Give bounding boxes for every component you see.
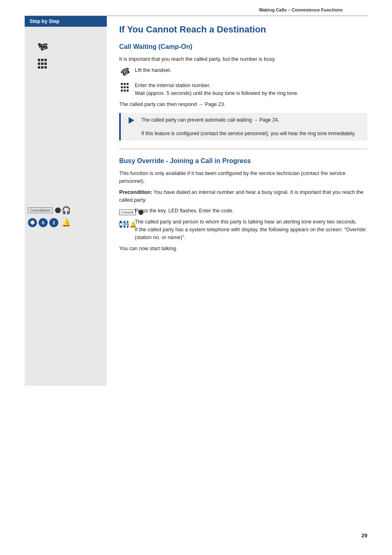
key-star-icon: ✱ xyxy=(119,221,122,228)
precondition-label: Precondition: xyxy=(119,189,152,195)
phone-icon-small: 🎧 xyxy=(62,206,71,215)
svg-rect-14 xyxy=(121,86,123,88)
main-title: If You Cannot Reach a Destination xyxy=(119,24,367,35)
section2-step1-row: Consult. Press the key. LED flashes. Ent… xyxy=(119,207,367,215)
svg-rect-3 xyxy=(44,59,47,61)
svg-rect-9 xyxy=(44,66,47,69)
svg-rect-15 xyxy=(124,86,126,88)
svg-rect-4 xyxy=(38,62,40,65)
step2-line2: Wait (approx. 5 seconds) until the busy … xyxy=(135,90,298,96)
step-by-step-label: Step by Step xyxy=(25,16,107,27)
step2-row: Enter the internal station number. Wait … xyxy=(119,82,367,97)
step1-text: Lift the handset. xyxy=(135,67,367,74)
key-6-icon: 6 xyxy=(123,221,126,228)
key-6a: 6 xyxy=(39,218,48,227)
consultation-dot xyxy=(55,207,61,213)
result-text: The called party can then respond → Page… xyxy=(119,101,367,108)
svg-rect-8 xyxy=(41,66,44,69)
step2-icon xyxy=(119,83,131,94)
final-text: You can now start talking. xyxy=(119,245,367,253)
svg-text:☎: ☎ xyxy=(120,67,129,76)
phone-grid-icon xyxy=(37,58,48,71)
svg-rect-18 xyxy=(124,90,126,92)
note1-text: The called party can prevent automatic c… xyxy=(141,116,355,124)
note2-text: If this feature is configured (contact t… xyxy=(141,130,355,137)
svg-rect-2 xyxy=(41,59,44,61)
svg-rect-12 xyxy=(124,83,126,85)
section2-step1-icon: Consult. xyxy=(119,208,131,215)
svg-rect-7 xyxy=(38,66,40,69)
svg-rect-11 xyxy=(121,83,123,85)
section2-intro: This function is only available if it ha… xyxy=(119,170,367,185)
key-star: ✱ xyxy=(28,218,37,227)
svg-rect-5 xyxy=(41,62,44,65)
note-box: The called party can prevent automatic c… xyxy=(119,113,367,140)
section2-step2-text: The called party and person to whom this… xyxy=(135,218,367,241)
step1-icon: ☎ xyxy=(119,67,131,78)
note-content: The called party can prevent automatic c… xyxy=(141,116,355,137)
consult-btn-icon: Consult. xyxy=(119,210,136,215)
key-2-icon: 2 xyxy=(127,221,129,228)
section2-step2-icon: ✱ 6 2 🔔 xyxy=(119,219,131,228)
step2-desc-line2: If the called party has a system telepho… xyxy=(135,227,367,240)
svg-rect-1 xyxy=(38,59,40,61)
section-divider xyxy=(119,149,367,149)
precondition-text: Precondition: You have dialed an interna… xyxy=(119,189,367,204)
precondition-body: You have dialed an internal number and h… xyxy=(119,189,364,203)
main-content: Step by Step ☎ Consultati xyxy=(25,16,367,386)
page-number: 29 xyxy=(362,532,367,539)
section1-intro: It is important that you reach the calle… xyxy=(119,55,367,63)
section1-title: Call Waiting (Camp-On) xyxy=(119,43,367,51)
note-arrow-icon xyxy=(126,117,137,124)
left-sidebar: Step by Step ☎ Consultati xyxy=(25,16,107,386)
svg-rect-16 xyxy=(127,86,129,88)
section2-step1-text: Press the key. LED flashes. Enter the co… xyxy=(135,207,367,215)
content-area: If You Cannot Reach a Destination Call W… xyxy=(107,16,367,386)
key-6b: 2 xyxy=(49,218,58,227)
page-header: Making Calls – Convenience Functions xyxy=(25,0,367,16)
bell-icon: 🔔 xyxy=(62,218,71,227)
keypad-row: ✱ 6 2 🔔 xyxy=(28,218,71,227)
step1-row: ☎ Lift the handset. xyxy=(119,67,367,78)
header-title: Making Calls – Convenience Functions xyxy=(259,7,343,12)
consultation-label: Consultation xyxy=(28,207,53,213)
section2-title: Busy Override - Joining a Call in Progre… xyxy=(119,157,367,166)
svg-rect-6 xyxy=(44,62,47,65)
section2-step2-row: ✱ 6 2 🔔 The called party and person to w… xyxy=(119,218,367,241)
handset-icon: ☎ xyxy=(38,41,48,53)
svg-rect-13 xyxy=(127,83,129,85)
svg-rect-19 xyxy=(127,90,129,92)
step2-line1: Enter the internal station number. xyxy=(135,83,210,88)
step2-text: Enter the internal station number. Wait … xyxy=(135,82,367,97)
svg-rect-17 xyxy=(121,90,123,92)
consultation-row: Consultation 🎧 xyxy=(28,206,71,215)
step2-desc-line1: The called party and person to whom this… xyxy=(135,219,357,225)
